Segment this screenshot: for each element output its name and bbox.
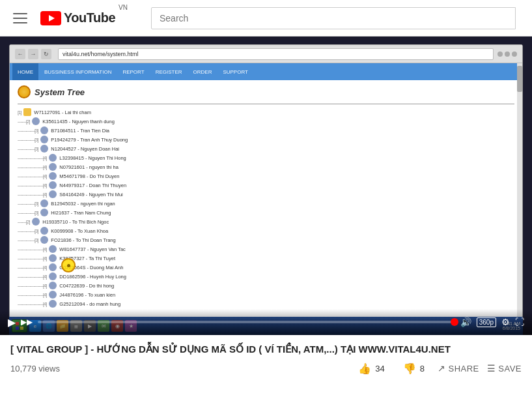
share-icon: ↗ (438, 363, 446, 373)
avatar (32, 218, 40, 226)
site-nav-register[interactable]: REGISTER (150, 63, 188, 80)
browser-dot-2 (505, 51, 510, 57)
site-nav-report[interactable]: REPORT (117, 63, 149, 80)
avatar (49, 163, 57, 171)
quality-selector[interactable]: 360p (477, 317, 496, 327)
thumbs-up-icon: 👍 (358, 362, 371, 375)
avatar (49, 172, 57, 180)
tree-label: P19424279 - Tran Anh Thuy Duong (51, 137, 128, 143)
list-item: ————[3] B71084511 - Tran Tien Dia (18, 126, 514, 134)
indent: ——————[4] (18, 173, 46, 179)
list-item: ————[3] N12044527 - Nguyen Doan Hai (18, 145, 514, 153)
avatar (40, 126, 48, 134)
tree-label: N12044527 - Nguyen Doan Hai (51, 146, 119, 152)
share-button[interactable]: ↗ SHARE (438, 363, 479, 373)
avatar (40, 209, 48, 216)
play-button[interactable]: ▶ (8, 316, 16, 329)
save-button[interactable]: ☰ SAVE (487, 363, 522, 373)
search-container (151, 7, 516, 29)
avatar (23, 108, 31, 116)
site-nav-home[interactable]: HOME (12, 63, 38, 80)
video-controls: ▶ ▶▶ 🔊 360p ⚙ ⛶ (0, 309, 532, 335)
list-item: ——————[4] J44876196 - To xuan kien (18, 291, 514, 299)
site-nav-order[interactable]: ORDER (188, 63, 217, 80)
indent: ————[3] (18, 201, 38, 207)
fullscreen-button[interactable]: ⛶ (515, 317, 524, 327)
top-navigation: YouTube VN (0, 0, 532, 37)
browser-nav-icons: ← → ↻ (15, 49, 51, 59)
system-tree-title: System Tree (35, 87, 85, 97)
avatar (49, 154, 57, 162)
browser-scrollbar[interactable] (517, 63, 522, 334)
search-input[interactable] (151, 7, 516, 29)
indent: ——————[4] (18, 274, 46, 280)
cursor-indicator (61, 258, 76, 272)
dislike-button[interactable]: 👎 8 (398, 360, 430, 377)
tree-label: B71084511 - Tran Tien Dia (51, 128, 109, 134)
avatar (49, 291, 57, 299)
tree-logo-icon (18, 85, 31, 98)
browser-dot-3 (512, 51, 517, 57)
next-button[interactable]: ▶▶ (21, 317, 33, 327)
menu-icon[interactable] (10, 10, 30, 26)
indent: ————[3] (18, 146, 38, 152)
site-nav-support[interactable]: SUPPORT (217, 63, 253, 80)
save-label: SAVE (498, 364, 522, 373)
indent: ————[3] (18, 128, 38, 134)
browser-forward-btn[interactable]: → (28, 49, 38, 59)
list-item: ————[3] P19424279 - Tran Anh Thuy Duong (18, 136, 514, 143)
tree-label: G25212094 - do manh hung (59, 301, 120, 307)
indent: [1] (18, 110, 21, 115)
list-item: ——————[4] G0222564S - Duong Mai Anh (18, 263, 514, 271)
browser-mockup: ← → ↻ vital4u.net/home/system.html HOME … (9, 44, 523, 335)
browser-content: HOME BUSSINESS INFORMATION REPORT REGIST… (10, 63, 522, 334)
like-button[interactable]: 👍 34 (353, 360, 389, 377)
youtube-logo[interactable]: YouTube VN (40, 10, 128, 25)
indent: ——————[4] (18, 265, 46, 271)
cursor-dot (67, 264, 70, 267)
progress-bar[interactable] (38, 321, 455, 323)
youtube-logo-icon (40, 11, 61, 25)
list-item: [1] W71127091 - Lai thi cham (18, 108, 514, 116)
avatar (40, 145, 48, 153)
tree-label: W81647737 - Nguyen Van Tac (59, 246, 125, 252)
tree-label: N07921601 - nguyen thi ha (59, 164, 119, 170)
indent: ————[3] (18, 228, 38, 234)
site-nav-business[interactable]: BUSSINESS INFORMATION (39, 63, 117, 80)
browser-refresh-btn[interactable]: ↻ (41, 49, 51, 59)
tree-divider (18, 104, 514, 104)
tree-label: HI21637 - Tran Nam Chung (51, 210, 111, 216)
thumbs-down-icon: 👎 (403, 362, 416, 375)
system-tree-area: System Tree [1] W71127091 - Lai thi cham… (10, 80, 522, 313)
share-label: SHARE (448, 364, 479, 373)
indent: ——————[4] (18, 283, 46, 289)
list-item: ——————[4] N07921601 - nguyen thi ha (18, 163, 514, 171)
site-nav: HOME BUSSINESS INFORMATION REPORT REGIST… (10, 63, 522, 80)
indent: ——————[4] (18, 292, 46, 298)
browser-url-bar[interactable]: vital4u.net/home/system.html (58, 48, 494, 60)
save-icon: ☰ (487, 363, 496, 373)
tree-label: FO21836 - To Thi Doan Trang (51, 237, 115, 243)
youtube-wordmark: YouTube (64, 10, 115, 25)
tree-label: W71127091 - Lai thi cham (34, 110, 91, 115)
tree-label: J44876196 - To xuan kien (59, 292, 115, 298)
browser-back-btn[interactable]: ← (15, 49, 25, 59)
browser-dot-1 (497, 51, 503, 57)
list-item: ——————[4] C04722639 - Do thi hong (18, 282, 514, 289)
view-count: 10,779 views (10, 364, 60, 373)
list-item: ————[3] FO21836 - To Thi Doan Trang (18, 236, 514, 244)
avatar (49, 263, 57, 271)
video-title: [ VITAL GROUP ] - HƯỚNG DẪN SỬ DỤNG MÃ S… (10, 343, 522, 356)
tree-label: N44979317 - Doan Thi Thuyen (59, 183, 126, 188)
indent: ——————[4] (18, 155, 46, 161)
video-player[interactable]: ← → ↻ vital4u.net/home/system.html HOME … (0, 37, 532, 335)
indent: ——————[4] (18, 192, 46, 197)
dislike-count: 8 (420, 364, 425, 373)
list-item: ————[3] K0099908 - To Xuan Khoa (18, 227, 514, 235)
video-meta: 10,779 views 👍 34 👎 8 ↗ SHARE ☰ SAVE (10, 360, 522, 377)
volume-button[interactable]: 🔊 (460, 317, 471, 327)
settings-button[interactable]: ⚙ (501, 317, 510, 327)
browser-bar: ← → ↻ vital4u.net/home/system.html (10, 45, 522, 63)
avatar (40, 227, 48, 235)
avatar (49, 272, 57, 280)
